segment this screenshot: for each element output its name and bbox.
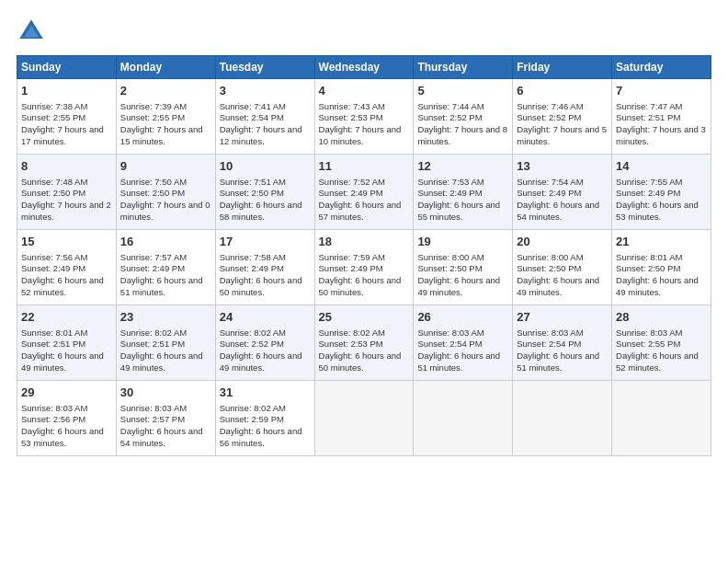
daylight: Daylight: 6 hours and 51 minutes.	[120, 275, 203, 297]
sunrise: Sunrise: 8:02 AM	[220, 403, 286, 413]
sunset: Sunset: 2:55 PM	[21, 112, 85, 122]
day-number: 24	[220, 309, 311, 326]
logo-icon	[17, 17, 46, 46]
sunrise: Sunrise: 7:46 AM	[517, 101, 583, 111]
daylight: Daylight: 6 hours and 57 minutes.	[319, 200, 402, 222]
daylight: Daylight: 6 hours and 53 minutes.	[616, 200, 699, 222]
header	[17, 17, 711, 46]
sunset: Sunset: 2:49 PM	[417, 188, 482, 198]
calendar-cell	[414, 381, 513, 456]
day-number: 20	[517, 234, 608, 250]
calendar-week: 22Sunrise: 8:01 AMSunset: 2:51 PMDayligh…	[17, 305, 711, 381]
calendar-cell: 12Sunrise: 7:53 AMSunset: 2:49 PMDayligh…	[414, 155, 513, 230]
daylight: Daylight: 7 hours and 15 minutes.	[120, 124, 203, 146]
daylight: Daylight: 6 hours and 49 minutes.	[616, 275, 699, 297]
sunset: Sunset: 2:50 PM	[21, 188, 85, 198]
sunrise: Sunrise: 7:43 AM	[319, 101, 385, 111]
calendar-cell: 2Sunrise: 7:39 AMSunset: 2:55 PMDaylight…	[116, 79, 215, 155]
daylight: Daylight: 6 hours and 58 minutes.	[220, 200, 302, 222]
day-header: Sunday	[17, 56, 117, 79]
calendar-cell: 17Sunrise: 7:58 AMSunset: 2:49 PMDayligh…	[215, 230, 314, 305]
day-number: 14	[616, 158, 707, 175]
logo	[17, 17, 50, 46]
sunset: Sunset: 2:51 PM	[21, 339, 85, 349]
daylight: Daylight: 6 hours and 54 minutes.	[120, 426, 203, 448]
calendar-cell: 9Sunrise: 7:50 AMSunset: 2:50 PMDaylight…	[116, 155, 215, 230]
sunrise: Sunrise: 8:00 AM	[517, 252, 583, 262]
calendar-cell	[314, 381, 414, 456]
sunset: Sunset: 2:50 PM	[517, 263, 581, 273]
sunrise: Sunrise: 7:51 AM	[220, 177, 286, 187]
day-header: Saturday	[612, 56, 711, 79]
sunset: Sunset: 2:54 PM	[517, 339, 581, 349]
day-header: Monday	[116, 56, 215, 79]
calendar-cell: 6Sunrise: 7:46 AMSunset: 2:52 PMDaylight…	[513, 79, 612, 155]
day-number: 6	[517, 83, 608, 99]
sunrise: Sunrise: 8:03 AM	[417, 327, 483, 338]
daylight: Daylight: 6 hours and 50 minutes.	[220, 275, 302, 297]
day-number: 10	[220, 158, 311, 175]
sunrise: Sunrise: 8:03 AM	[120, 403, 187, 413]
calendar-cell: 21Sunrise: 8:01 AMSunset: 2:50 PMDayligh…	[612, 230, 711, 305]
calendar-cell: 31Sunrise: 8:02 AMSunset: 2:59 PMDayligh…	[215, 381, 314, 456]
daylight: Daylight: 7 hours and 12 minutes.	[220, 124, 302, 146]
sunset: Sunset: 2:49 PM	[517, 188, 581, 198]
daylight: Daylight: 6 hours and 52 minutes.	[616, 350, 699, 373]
calendar-cell: 29Sunrise: 8:03 AMSunset: 2:56 PMDayligh…	[17, 381, 117, 456]
sunrise: Sunrise: 8:03 AM	[616, 327, 682, 338]
sunset: Sunset: 2:50 PM	[120, 188, 185, 198]
sunset: Sunset: 2:59 PM	[220, 414, 284, 424]
day-number: 4	[319, 83, 410, 99]
sunrise: Sunrise: 7:54 AM	[517, 177, 583, 187]
sunset: Sunset: 2:50 PM	[220, 188, 284, 198]
day-header: Tuesday	[215, 56, 314, 79]
calendar-cell: 18Sunrise: 7:59 AMSunset: 2:49 PMDayligh…	[314, 230, 414, 305]
calendar-cell: 27Sunrise: 8:03 AMSunset: 2:54 PMDayligh…	[513, 305, 612, 381]
sunset: Sunset: 2:53 PM	[319, 112, 383, 122]
daylight: Daylight: 6 hours and 54 minutes.	[517, 200, 599, 222]
calendar-cell: 23Sunrise: 8:02 AMSunset: 2:51 PMDayligh…	[116, 305, 215, 381]
calendar-cell: 24Sunrise: 8:02 AMSunset: 2:52 PMDayligh…	[215, 305, 314, 381]
calendar-cell: 4Sunrise: 7:43 AMSunset: 2:53 PMDaylight…	[314, 79, 414, 155]
daylight: Daylight: 7 hours and 8 minutes.	[417, 124, 507, 146]
day-number: 19	[417, 234, 508, 250]
day-header: Friday	[513, 56, 612, 79]
sunset: Sunset: 2:51 PM	[616, 112, 680, 122]
sunrise: Sunrise: 7:56 AM	[21, 252, 87, 262]
day-header: Thursday	[414, 56, 513, 79]
sunset: Sunset: 2:49 PM	[319, 188, 383, 198]
day-number: 12	[417, 158, 508, 175]
calendar-cell: 25Sunrise: 8:02 AMSunset: 2:53 PMDayligh…	[314, 305, 414, 381]
day-number: 28	[616, 309, 707, 326]
calendar-cell: 10Sunrise: 7:51 AMSunset: 2:50 PMDayligh…	[215, 155, 314, 230]
calendar-week: 1Sunrise: 7:38 AMSunset: 2:55 PMDaylight…	[17, 79, 711, 155]
sunrise: Sunrise: 7:59 AM	[319, 252, 385, 262]
sunrise: Sunrise: 8:01 AM	[616, 252, 682, 262]
daylight: Daylight: 7 hours and 5 minutes.	[517, 124, 607, 146]
sunrise: Sunrise: 8:01 AM	[21, 327, 87, 338]
calendar-cell: 20Sunrise: 8:00 AMSunset: 2:50 PMDayligh…	[513, 230, 612, 305]
daylight: Daylight: 6 hours and 49 minutes.	[220, 350, 302, 373]
day-number: 16	[120, 234, 211, 250]
daylight: Daylight: 6 hours and 50 minutes.	[319, 350, 402, 373]
sunrise: Sunrise: 7:57 AM	[120, 252, 187, 262]
sunset: Sunset: 2:52 PM	[417, 112, 482, 122]
calendar-cell: 5Sunrise: 7:44 AMSunset: 2:52 PMDaylight…	[414, 79, 513, 155]
sunrise: Sunrise: 8:02 AM	[319, 327, 385, 338]
sunrise: Sunrise: 7:58 AM	[220, 252, 286, 262]
calendar-cell: 3Sunrise: 7:41 AMSunset: 2:54 PMDaylight…	[215, 79, 314, 155]
calendar-week: 29Sunrise: 8:03 AMSunset: 2:56 PMDayligh…	[17, 381, 711, 456]
calendar-week: 8Sunrise: 7:48 AMSunset: 2:50 PMDaylight…	[17, 155, 711, 230]
day-number: 30	[120, 385, 211, 401]
day-number: 21	[616, 234, 707, 250]
daylight: Daylight: 7 hours and 3 minutes.	[616, 124, 706, 146]
day-number: 3	[220, 83, 311, 99]
calendar-week: 15Sunrise: 7:56 AMSunset: 2:49 PMDayligh…	[17, 230, 711, 305]
day-number: 31	[220, 385, 311, 401]
calendar-cell: 11Sunrise: 7:52 AMSunset: 2:49 PMDayligh…	[314, 155, 414, 230]
day-number: 9	[120, 158, 211, 175]
sunrise: Sunrise: 7:52 AM	[319, 177, 385, 187]
daylight: Daylight: 6 hours and 56 minutes.	[220, 426, 302, 448]
sunset: Sunset: 2:50 PM	[616, 263, 680, 273]
calendar-cell: 19Sunrise: 8:00 AMSunset: 2:50 PMDayligh…	[414, 230, 513, 305]
